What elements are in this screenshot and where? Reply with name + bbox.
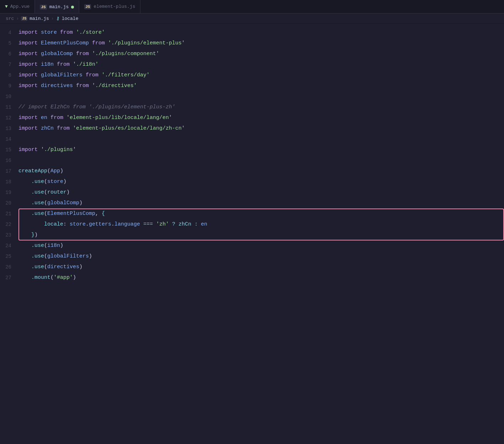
token: ) [60, 168, 63, 174]
line-content: .use(globalComp) [18, 198, 504, 209]
token [18, 232, 31, 238]
token: ( [44, 211, 47, 217]
line-content: locale: store.getters.language === 'zh' … [18, 219, 504, 230]
tab-label: main.js [49, 4, 69, 10]
line-number: 26 [0, 262, 18, 272]
token: ( [44, 264, 47, 270]
token: './i18n' [73, 61, 98, 67]
token [18, 253, 31, 259]
line-number: 22 [0, 219, 18, 230]
token: './plugins/element-plus' [108, 40, 185, 46]
line-content: .use(router) [18, 187, 504, 198]
token: en [201, 221, 207, 227]
token: import [18, 83, 41, 89]
code-line: 19 .use(router) [0, 187, 504, 198]
token: './directives' [92, 83, 137, 89]
code-line: 10 [0, 91, 504, 102]
line-content: .use(store) [18, 177, 504, 187]
token: store [47, 179, 63, 185]
line-number: 25 [0, 251, 18, 262]
code-line: 7import i18n from './i18n' [0, 59, 504, 70]
line-number: 10 [0, 91, 18, 102]
token: ( [47, 168, 50, 174]
token: ) [79, 200, 82, 206]
breadcrumb-file: main.js [30, 16, 49, 21]
token [175, 221, 178, 227]
token: i18n [41, 61, 54, 67]
token [198, 221, 201, 227]
code-line: 17createApp(App) [0, 166, 504, 177]
token: import [18, 40, 41, 46]
tab-label: element-plus.js [93, 4, 135, 9]
token: , [95, 211, 102, 217]
token: import [18, 72, 41, 78]
token: createApp [18, 168, 47, 174]
token: zhCn [178, 221, 191, 227]
token: getters [89, 221, 111, 227]
tab-bar: ▼ App.vue JS main.js JS element-plus.js [0, 0, 504, 13]
line-number: 24 [0, 240, 18, 251]
token: import [18, 61, 41, 67]
token [18, 275, 31, 281]
line-content: .use(directives) [18, 262, 504, 272]
vue-icon: ▼ [5, 4, 8, 9]
code-line: 16 [0, 155, 504, 166]
code-line: 4import store from './store' [0, 27, 504, 38]
line-content [18, 155, 504, 166]
breadcrumb-sep1: › [16, 16, 19, 21]
token [153, 221, 156, 227]
token: : [194, 221, 198, 227]
token: locale [44, 221, 63, 227]
token: ) [34, 232, 38, 238]
line-number: 8 [0, 70, 18, 81]
code-line: 14 [0, 134, 504, 145]
line-content: .use(ElementPlusComp, { [18, 209, 504, 219]
code-line: 6import globalComp from './plugins/compo… [0, 49, 504, 59]
line-number: 23 [0, 230, 18, 240]
line-number: 13 [0, 123, 18, 134]
code-line: 22 locale: store.getters.language === 'z… [0, 219, 504, 230]
token: './plugins' [41, 147, 76, 153]
code-line: 11// import ElzhCn from './plugins/eleme… [0, 102, 504, 113]
line-content: import directives from './directives' [18, 81, 504, 91]
token: './plugins/component' [92, 51, 159, 57]
token: ) [66, 189, 70, 195]
code-line: 15import './plugins' [0, 145, 504, 155]
token: App [50, 168, 60, 174]
token: ( [44, 189, 47, 195]
breadcrumb-key-icon: ⚷ [56, 16, 60, 21]
token: === [143, 221, 153, 227]
token [18, 200, 31, 206]
line-content: import store from './store' [18, 27, 504, 38]
token: globalFilters [41, 72, 82, 78]
token: from [73, 83, 92, 89]
code-line: 25 .use(globalFilters) [0, 251, 504, 262]
token: 'element-plus/lib/locale/lang/en' [66, 115, 172, 121]
line-content: }) [18, 230, 504, 240]
tab-app-vue[interactable]: ▼ App.vue [0, 0, 35, 13]
token: from [54, 125, 73, 131]
token: import [18, 147, 41, 153]
token: . [111, 221, 114, 227]
tab-element-plus-js[interactable]: JS element-plus.js [79, 0, 140, 13]
line-number: 21 [0, 209, 18, 219]
token: ) [63, 179, 66, 185]
line-number: 15 [0, 145, 18, 155]
code-line: 26 .use(directives) [0, 262, 504, 272]
modified-dot [71, 6, 74, 9]
line-content: import ElementPlusComp from './plugins/e… [18, 38, 504, 49]
tab-label: App.vue [10, 4, 30, 9]
token: 'zh' [156, 221, 169, 227]
token: language [114, 221, 140, 227]
token: store [41, 29, 57, 36]
tab-main-js[interactable]: JS main.js [35, 0, 79, 13]
line-content: // import ElzhCn from './plugins/element… [18, 102, 504, 113]
token: router [47, 189, 66, 195]
line-content: import en from 'element-plus/lib/locale/… [18, 113, 504, 123]
code-line: 27 .mount('#app') [0, 272, 504, 283]
token: : [63, 221, 70, 227]
line-content [18, 91, 504, 102]
line-content: .use(i18n) [18, 240, 504, 251]
line-number: 16 [0, 155, 18, 166]
token: . [86, 221, 89, 227]
